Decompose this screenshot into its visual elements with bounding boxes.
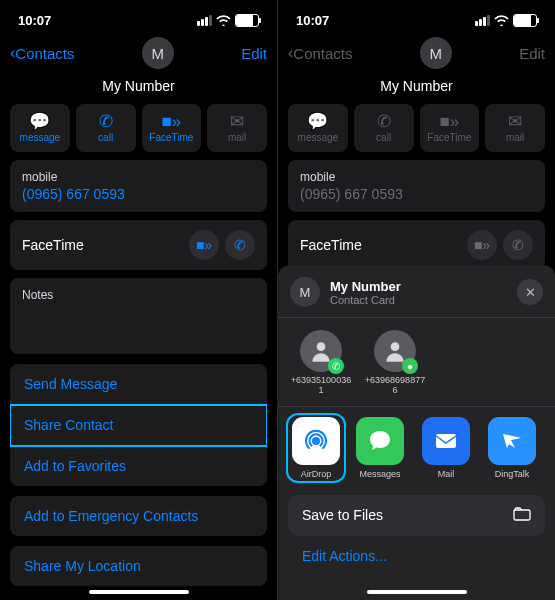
message-button[interactable]: 💬 message — [10, 104, 70, 152]
mail-icon: ✉ — [230, 113, 244, 130]
video-icon: ■» — [440, 113, 460, 130]
svg-rect-3 — [436, 434, 456, 448]
facetime-button: ■»FaceTime — [420, 104, 480, 152]
contact-name: My Number — [278, 78, 555, 94]
person-number: +639686988776 — [364, 376, 426, 396]
action-label: mail — [228, 132, 246, 143]
status-time: 10:07 — [18, 13, 51, 28]
svg-point-2 — [312, 437, 320, 445]
battery-icon — [513, 14, 537, 27]
notes-label: Notes — [22, 288, 255, 302]
nav-bar: ‹ Contacts M Edit — [0, 34, 277, 72]
sheet-avatar: M — [290, 277, 320, 307]
facetime-button[interactable]: ■» FaceTime — [142, 104, 202, 152]
action-label: message — [298, 132, 339, 143]
mobile-label: mobile — [22, 170, 255, 184]
person-avatar: ● — [374, 330, 416, 372]
status-time: 10:07 — [296, 13, 329, 28]
facetime-audio-button: ✆ — [503, 230, 533, 260]
people-row: ✆ +639351000361 ● +639686988776 — [288, 318, 545, 406]
share-person[interactable]: ● +639686988776 — [364, 330, 426, 396]
sheet-header: M My Number Contact Card ✕ — [288, 275, 545, 317]
video-icon: ■» — [474, 237, 490, 253]
svg-point-0 — [317, 342, 326, 351]
action-label: message — [20, 132, 61, 143]
phone-right: 10:07 ‹ Contacts M Edit My Number 💬messa… — [278, 0, 555, 600]
share-location-link[interactable]: Share My Location — [10, 546, 267, 586]
phone-icon: ✆ — [99, 113, 113, 130]
edit-actions-link[interactable]: Edit Actions... — [288, 536, 545, 566]
edit-button[interactable]: Edit — [241, 45, 267, 62]
nav-bar: ‹ Contacts M Edit — [278, 34, 555, 72]
messages-badge-icon: ● — [402, 358, 418, 374]
svg-point-1 — [391, 342, 400, 351]
person-avatar: ✆ — [300, 330, 342, 372]
share-app-dingtalk[interactable]: DingTalk — [484, 417, 540, 479]
svg-rect-4 — [514, 510, 530, 520]
home-indicator[interactable] — [367, 590, 467, 594]
mobile-value: (0965) 667 0593 — [300, 186, 533, 202]
facetime-audio-button[interactable]: ✆ — [225, 230, 255, 260]
send-message-link[interactable]: Send Message — [10, 364, 267, 405]
phone-icon: ✆ — [377, 113, 391, 130]
message-icon: 💬 — [29, 113, 50, 130]
status-bar: 10:07 — [278, 0, 555, 34]
battery-icon — [235, 14, 259, 27]
edit-button: Edit — [519, 45, 545, 62]
save-to-files-button[interactable]: Save to Files — [288, 495, 545, 536]
mail-icon: ✉ — [508, 113, 522, 130]
back-label: Contacts — [15, 45, 74, 62]
folder-icon — [513, 507, 531, 524]
action-label: call — [98, 132, 113, 143]
avatar: M — [420, 37, 452, 69]
message-button: 💬message — [288, 104, 348, 152]
action-row: 💬message ✆call ■»FaceTime ✉mail — [278, 94, 555, 160]
share-contact-link[interactable]: Share Contact — [10, 405, 267, 446]
phone-icon: ✆ — [234, 237, 246, 253]
share-app-messages[interactable]: Messages — [352, 417, 408, 479]
add-emergency-link[interactable]: Add to Emergency Contacts — [10, 496, 267, 536]
mobile-value: (0965) 667 0593 — [22, 186, 255, 202]
add-favorites-link[interactable]: Add to Favorites — [10, 446, 267, 486]
mobile-label: mobile — [300, 170, 533, 184]
status-bar: 10:07 — [0, 0, 277, 34]
back-button[interactable]: ‹ Contacts — [10, 44, 75, 62]
video-icon: ■» — [162, 113, 182, 130]
wifi-icon — [494, 15, 509, 26]
action-label: FaceTime — [149, 132, 193, 143]
facetime-label: FaceTime — [300, 237, 362, 253]
back-label: Contacts — [293, 45, 352, 62]
share-app-airdrop[interactable]: AirDrop — [290, 417, 342, 479]
link-list: Share My Location — [10, 546, 267, 586]
action-row: 💬 message ✆ call ■» FaceTime ✉ mail — [0, 94, 277, 160]
contact-name: My Number — [0, 78, 277, 94]
signal-icon — [475, 15, 490, 26]
apps-row: AirDrop Messages Mail — [288, 407, 545, 489]
action-label: FaceTime — [427, 132, 471, 143]
back-button: ‹ Contacts — [288, 44, 353, 62]
home-indicator[interactable] — [89, 590, 189, 594]
mobile-card[interactable]: mobile (0965) 667 0593 — [10, 160, 267, 212]
save-to-files-label: Save to Files — [302, 507, 383, 523]
action-label: mail — [506, 132, 524, 143]
share-app-mail[interactable]: Mail — [418, 417, 474, 479]
app-label: Mail — [438, 469, 455, 479]
facetime-label: FaceTime — [22, 237, 84, 253]
person-number: +639351000361 — [290, 376, 352, 396]
notes-card[interactable]: Notes — [10, 278, 267, 354]
video-icon: ■» — [196, 237, 212, 253]
whatsapp-badge-icon: ✆ — [328, 358, 344, 374]
close-icon: ✕ — [525, 285, 536, 300]
share-person[interactable]: ✆ +639351000361 — [290, 330, 352, 396]
facetime-video-button[interactable]: ■» — [189, 230, 219, 260]
wifi-icon — [216, 15, 231, 26]
action-label: call — [376, 132, 391, 143]
avatar[interactable]: M — [142, 37, 174, 69]
signal-icon — [197, 15, 212, 26]
mail-button: ✉mail — [485, 104, 545, 152]
app-label: DingTalk — [495, 469, 530, 479]
facetime-card: FaceTime ■» ✆ — [10, 220, 267, 270]
close-button[interactable]: ✕ — [517, 279, 543, 305]
airdrop-highlight: AirDrop — [286, 413, 346, 483]
call-button[interactable]: ✆ call — [76, 104, 136, 152]
